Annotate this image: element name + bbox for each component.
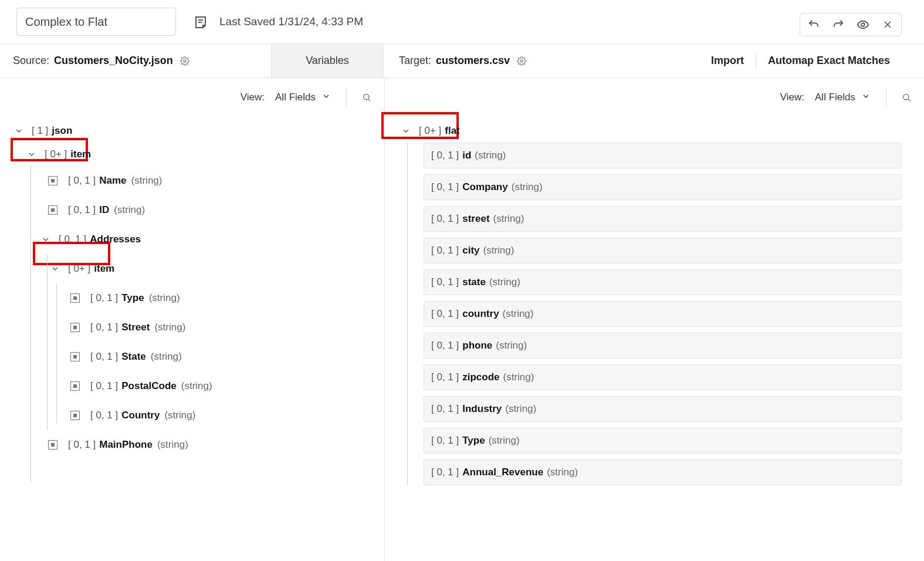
cardinality: [ 0+ ]: [419, 125, 441, 137]
field-name: State: [121, 351, 146, 363]
chevron-down-icon[interactable]: [14, 126, 23, 136]
cardinality: [ 0, 1 ]: [90, 322, 118, 333]
target-field-row[interactable]: [ 0, 1 ]country(string): [424, 301, 902, 327]
import-link[interactable]: Import: [699, 44, 756, 77]
field-name: MainPhone: [99, 439, 153, 451]
field-name: state: [462, 276, 486, 288]
tree-node-flat[interactable]: [ 0+ ] flat: [399, 119, 924, 143]
target-field-row[interactable]: [ 0, 1 ]phone(string): [424, 333, 902, 359]
tree-node-field[interactable]: [ 0, 1 ] MainPhone (string): [14, 430, 384, 459]
field-type: (string): [151, 351, 182, 363]
target-gear-icon[interactable]: [517, 56, 526, 66]
node-name: item: [94, 263, 114, 275]
field-type: (string): [131, 175, 163, 187]
cardinality: [ 0, 1 ]: [59, 234, 86, 245]
tree-node-addresses[interactable]: [ 0, 1 ] Addresses: [14, 225, 384, 254]
field-name: Name: [99, 175, 126, 187]
node-name: item: [70, 148, 91, 160]
cardinality: [ 0, 1 ]: [68, 204, 96, 216]
field-icon: [48, 440, 57, 450]
preview-icon[interactable]: [855, 17, 871, 32]
cardinality: [ 0, 1 ]: [431, 403, 459, 415]
field-name: id: [462, 150, 471, 161]
target-field-row[interactable]: [ 0, 1 ]zipcode(string): [424, 364, 902, 390]
cardinality: [ 0, 1 ]: [431, 276, 459, 288]
target-field-row[interactable]: [ 0, 1 ]city(string): [424, 238, 902, 263]
field-name: Type: [121, 292, 144, 304]
cardinality: [ 0, 1 ]: [431, 150, 459, 161]
node-name: flat: [445, 125, 460, 137]
tree-node-field[interactable]: [ 0, 1 ]Street(string): [14, 313, 384, 342]
tree-node-field[interactable]: [ 0, 1 ]State(string): [14, 342, 384, 371]
undo-icon[interactable]: [806, 17, 821, 32]
target-field-row[interactable]: [ 0, 1 ]Annual_Revenue(string): [424, 459, 902, 485]
tree-node-item[interactable]: [ 0+ ] item: [14, 143, 384, 166]
cardinality: [ 0, 1 ]: [68, 175, 96, 187]
field-type: (string): [164, 410, 195, 421]
tree-line: [407, 143, 408, 485]
field-name: city: [462, 245, 479, 256]
tree-node-root[interactable]: [ 1 ] json: [14, 119, 384, 143]
field-name: phone: [462, 340, 492, 352]
chevron-down-icon[interactable]: [50, 264, 60, 273]
field-type: (string): [157, 439, 188, 451]
chevron-down-icon[interactable]: [41, 235, 50, 244]
source-search-icon[interactable]: [362, 93, 371, 102]
cardinality: [ 1 ]: [32, 125, 48, 137]
transformation-title-input[interactable]: [16, 8, 176, 36]
topbar-actions: [800, 13, 902, 36]
target-view-selector[interactable]: All Fields: [815, 92, 871, 104]
cardinality: [ 0, 1 ]: [90, 410, 118, 421]
field-name: Street: [121, 322, 150, 333]
field-name: Industry: [462, 403, 502, 415]
field-name: zipcode: [462, 371, 499, 383]
tree-node-field[interactable]: [ 0, 1 ]ID(string): [14, 195, 384, 225]
field-icon: [48, 205, 57, 215]
target-field-row[interactable]: [ 0, 1 ]Industry(string): [424, 396, 902, 422]
field-type: (string): [503, 371, 534, 383]
target-field-row[interactable]: [ 0, 1 ]state(string): [424, 269, 902, 295]
field-icon: [48, 176, 57, 185]
cardinality: [ 0, 1 ]: [431, 435, 459, 447]
tree-node-field[interactable]: [ 0, 1 ]Country(string): [14, 401, 384, 430]
automap-link[interactable]: Automap Exact Matches: [756, 44, 902, 77]
target-field-row[interactable]: [ 0, 1 ]street(string): [424, 206, 902, 232]
svg-point-3: [364, 94, 369, 100]
target-field-row[interactable]: [ 0, 1 ]Type(string): [424, 428, 902, 454]
source-view-label: View:: [241, 92, 265, 103]
notes-icon[interactable]: [192, 13, 209, 30]
field-type: (string): [512, 181, 543, 193]
cardinality: [ 0+ ]: [68, 263, 90, 275]
svg-point-4: [903, 94, 909, 100]
field-icon: [70, 411, 80, 420]
tree-node-field[interactable]: [ 0, 1 ]Type(string): [14, 283, 384, 313]
variables-tab[interactable]: Variables: [271, 44, 384, 77]
target-field-row[interactable]: [ 0, 1 ]id(string): [424, 143, 902, 168]
field-type: (string): [181, 380, 212, 392]
tree-node-field[interactable]: [ 0, 1 ]PostalCode(string): [14, 371, 384, 401]
field-name: Company: [462, 181, 507, 193]
close-icon[interactable]: [880, 17, 895, 32]
source-file: Customers_NoCity.json: [54, 55, 173, 67]
field-name: PostalCode: [121, 380, 177, 392]
chevron-down-icon[interactable]: [401, 126, 411, 136]
field-icon: [70, 381, 80, 391]
source-gear-icon[interactable]: [180, 56, 189, 66]
redo-icon[interactable]: [831, 17, 846, 32]
field-type: (string): [493, 213, 524, 225]
cardinality: [ 0, 1 ]: [431, 340, 459, 352]
tree-node-field[interactable]: [ 0, 1 ]Name(string): [14, 166, 384, 195]
target-label: Target:: [399, 55, 431, 67]
field-name: ID: [99, 204, 109, 216]
target-field-row[interactable]: [ 0, 1 ]Company(string): [424, 174, 902, 200]
cardinality: [ 0, 1 ]: [90, 292, 118, 304]
last-saved-label: Last Saved 1/31/24, 4:33 PM: [219, 15, 363, 28]
chevron-down-icon[interactable]: [27, 150, 36, 159]
target-view-value: All Fields: [815, 92, 855, 103]
source-tree: [ 1 ] json [ 0+ ] item [ 0, 1 ]Name(stri…: [0, 117, 384, 471]
source-view-selector[interactable]: All Fields: [275, 92, 331, 104]
svg-point-1: [184, 60, 186, 62]
target-search-icon[interactable]: [902, 93, 911, 102]
tree-node-addresses-item[interactable]: [ 0+ ] item: [14, 254, 384, 283]
field-type: (string): [149, 292, 180, 304]
